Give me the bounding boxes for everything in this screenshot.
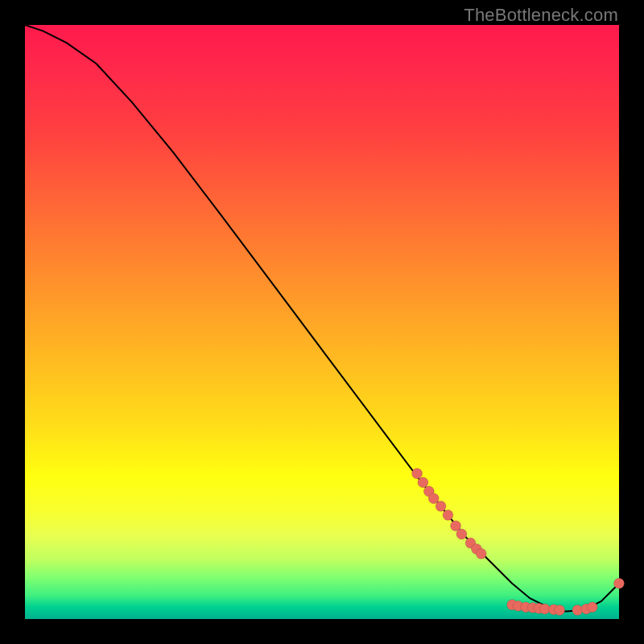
marker-group [412, 469, 625, 616]
marker-dot [456, 529, 467, 539]
marker-dot [436, 501, 446, 511]
marker-dot [555, 605, 565, 615]
marker-dot [418, 477, 428, 488]
marker-dot [476, 548, 486, 559]
marker-dot [587, 602, 597, 613]
chart-overlay [25, 25, 619, 619]
marker-dot [614, 578, 625, 588]
attribution-label: TheBottleneck.com [464, 5, 618, 26]
marker-dot [443, 510, 453, 520]
bottleneck-curve [25, 25, 619, 611]
chart-container: TheBottleneck.com [0, 0, 644, 644]
marker-dot [412, 469, 423, 479]
